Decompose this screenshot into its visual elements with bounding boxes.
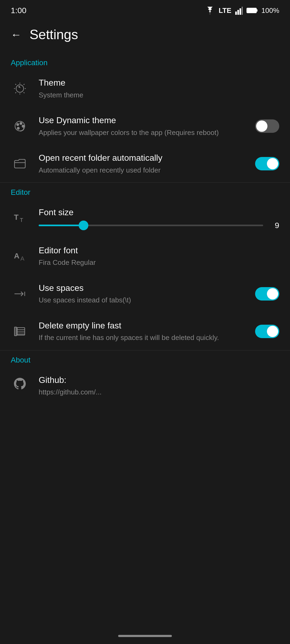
font-size-slider-container[interactable]: 9	[39, 221, 279, 230]
use-spaces-toggle[interactable]	[255, 287, 279, 301]
text-size-icon: T T	[11, 208, 29, 227]
svg-rect-32	[15, 327, 17, 336]
setting-dynamic-theme[interactable]: Use Dynamic theme Applies your wallpaper…	[0, 107, 290, 145]
svg-text:T: T	[14, 213, 19, 221]
open-recent-folder-content: Open recent folder automatically Automat…	[39, 152, 245, 175]
setting-theme[interactable]: Theme System theme	[0, 70, 290, 107]
open-recent-folder-subtitle: Automatically open recently used folder	[39, 165, 245, 175]
status-bar: 1:00 LTE 100%	[0, 0, 290, 19]
font-size-slider-fill	[39, 225, 84, 226]
status-time: 1:00	[11, 6, 26, 15]
use-spaces-subtitle: Use spaces instead of tabs(\t)	[39, 295, 245, 305]
section-about-label: About	[0, 350, 290, 367]
section-about: About Github: https://github.com/...	[0, 350, 290, 405]
delete-empty-line-toggle[interactable]	[255, 325, 279, 338]
font-size-slider-track[interactable]	[39, 225, 263, 226]
lte-icon: LTE	[219, 6, 231, 15]
editor-font-title: Editor font	[39, 245, 279, 256]
palette-icon	[11, 117, 29, 135]
bottom-bar-indicator	[118, 635, 172, 637]
section-editor-label: Editor	[0, 183, 290, 199]
setting-use-spaces[interactable]: Use spaces Use spaces instead of tabs(\t…	[0, 275, 290, 313]
wifi-icon	[205, 7, 215, 14]
svg-point-19	[17, 127, 19, 129]
font-icon: A A	[11, 247, 29, 265]
svg-line-11	[15, 84, 16, 85]
svg-point-18	[22, 125, 24, 127]
editor-font-content: Editor font Fira Code Regular	[39, 245, 279, 268]
svg-line-13	[24, 84, 24, 85]
svg-rect-3	[242, 7, 243, 15]
setting-delete-empty-line[interactable]: Delete empty line fast If the current li…	[0, 313, 290, 350]
github-icon	[11, 375, 29, 393]
bottom-nav	[0, 628, 290, 644]
font-size-content: Font size 9	[39, 207, 279, 230]
delete-empty-line-title: Delete empty line fast	[39, 320, 245, 331]
svg-line-14	[15, 92, 16, 93]
svg-line-12	[24, 92, 24, 93]
use-spaces-title: Use spaces	[39, 283, 245, 294]
section-application-label: Application	[0, 53, 290, 70]
svg-text:T: T	[20, 217, 23, 223]
battery-icon	[247, 7, 258, 14]
theme-title: Theme	[39, 77, 279, 89]
dynamic-theme-title: Use Dynamic theme	[39, 115, 245, 126]
svg-rect-5	[256, 9, 258, 12]
github-subtitle: https://github.com/...	[39, 387, 279, 397]
open-recent-folder-toggle[interactable]	[255, 157, 279, 170]
delete-line-icon	[11, 322, 29, 341]
setting-github[interactable]: Github: https://github.com/...	[0, 367, 290, 405]
folder-icon	[11, 155, 29, 173]
svg-rect-0	[235, 12, 237, 15]
delete-empty-line-subtitle: If the current line has only spaces it w…	[39, 333, 245, 342]
header: ← Settings	[0, 19, 290, 53]
section-editor: Editor T T Font size 9 A A	[0, 183, 290, 350]
theme-subtitle: System theme	[39, 90, 279, 100]
theme-content: Theme System theme	[39, 77, 279, 100]
setting-editor-font[interactable]: A A Editor font Fira Code Regular	[0, 237, 290, 275]
editor-font-subtitle: Fira Code Regular	[39, 258, 279, 267]
dynamic-theme-content: Use Dynamic theme Applies your wallpaper…	[39, 115, 245, 137]
svg-text:A: A	[20, 255, 24, 262]
github-title: Github:	[39, 375, 279, 386]
setting-open-recent-folder[interactable]: Open recent folder automatically Automat…	[0, 145, 290, 182]
setting-font-size[interactable]: T T Font size 9	[0, 199, 290, 237]
section-application: Application Theme System theme	[0, 53, 290, 182]
open-recent-folder-title: Open recent folder automatically	[39, 152, 245, 164]
svg-rect-2	[240, 8, 241, 15]
font-size-title: Font size	[39, 207, 279, 218]
svg-rect-1	[237, 10, 239, 15]
svg-text:A: A	[14, 252, 19, 260]
theme-icon	[11, 79, 29, 98]
dynamic-theme-toggle[interactable]	[255, 119, 279, 133]
back-button[interactable]: ←	[11, 29, 21, 41]
font-size-slider-thumb[interactable]	[79, 221, 88, 230]
svg-point-17	[20, 122, 22, 125]
delete-empty-line-content: Delete empty line fast If the current li…	[39, 320, 245, 343]
use-spaces-content: Use spaces Use spaces instead of tabs(\t…	[39, 283, 245, 305]
signal-icon	[235, 6, 243, 15]
svg-rect-4	[247, 8, 256, 13]
dynamic-theme-subtitle: Applies your wallpaper colors to the app…	[39, 128, 245, 137]
font-size-value: 9	[269, 221, 279, 230]
status-icons: LTE 100%	[205, 6, 279, 15]
svg-point-6	[16, 85, 24, 92]
tab-icon	[11, 285, 29, 303]
github-content: Github: https://github.com/...	[39, 375, 279, 397]
battery-percentage: 100%	[262, 6, 280, 15]
page-title: Settings	[30, 27, 78, 42]
svg-point-16	[17, 123, 19, 126]
